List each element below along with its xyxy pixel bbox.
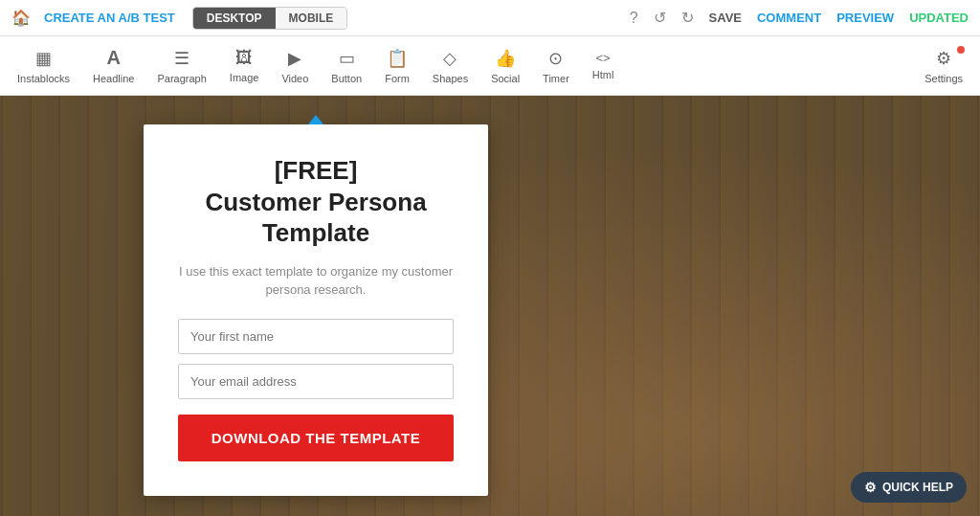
button-icon: ▭ [339, 48, 355, 69]
landing-card: [FREE]Customer PersonaTemplate I use thi… [144, 124, 488, 496]
firstname-input[interactable] [178, 319, 454, 354]
card-title: [FREE]Customer PersonaTemplate [178, 155, 454, 249]
quick-help-label: QUICK HELP [882, 481, 953, 494]
social-icon: 👍 [495, 48, 516, 69]
tool-image-label: Image [230, 72, 259, 83]
tool-social-label: Social [491, 73, 520, 84]
tool-headline-label: Headline [93, 73, 134, 84]
quick-help-icon: ⚙ [864, 480, 877, 495]
main-canvas: [FREE]Customer PersonaTemplate I use thi… [0, 96, 980, 516]
tool-video-label: Video [281, 73, 308, 84]
updated-status: UPDATED [909, 11, 969, 25]
card-subtitle: I use this exact template to organize my… [178, 262, 454, 300]
tool-timer[interactable]: ⊙ Timer [533, 42, 579, 90]
tool-button[interactable]: ▭ Button [322, 42, 371, 90]
instablocks-icon: ▦ [35, 48, 52, 69]
comment-button[interactable]: COMMENT [757, 11, 821, 25]
help-icon[interactable]: ? [630, 10, 638, 27]
card-pointer [308, 115, 323, 124]
tool-shapes[interactable]: ◇ Shapes [423, 42, 478, 90]
tool-social[interactable]: 👍 Social [481, 42, 529, 90]
timer-icon: ⊙ [548, 48, 563, 69]
tool-paragraph-label: Paragraph [157, 73, 206, 84]
top-navigation: 🏠 CREATE AN A/B TEST DESKTOP MOBILE ? ↺ … [0, 0, 980, 36]
tool-instablocks-label: Instablocks [17, 73, 70, 84]
tool-shapes-label: Shapes [433, 73, 468, 84]
mobile-view-button[interactable]: MOBILE [276, 8, 347, 29]
nav-actions: ? ↺ ↻ SAVE COMMENT PREVIEW UPDATED [630, 9, 969, 27]
headline-icon: A [107, 47, 121, 69]
tool-instablocks[interactable]: ▦ Instablocks [8, 42, 79, 90]
tool-form[interactable]: 📋 Form [375, 42, 419, 90]
settings-button[interactable]: ⚙ Settings [915, 42, 972, 90]
save-button[interactable]: SAVE [709, 11, 742, 25]
quick-help-button[interactable]: ⚙ QUICK HELP [851, 472, 967, 503]
html-icon: <> [596, 51, 611, 65]
tool-html-label: Html [592, 69, 614, 80]
element-toolbar: ▦ Instablocks A Headline ☰ Paragraph 🖼 I… [0, 36, 980, 96]
settings-icon: ⚙ [936, 48, 951, 69]
email-input[interactable] [178, 364, 454, 399]
video-icon: ▶ [288, 48, 301, 69]
image-icon: 🖼 [235, 48, 253, 68]
tool-headline[interactable]: A Headline [83, 41, 144, 90]
tool-form-label: Form [385, 73, 410, 84]
tool-button-label: Button [331, 73, 362, 84]
ab-test-link[interactable]: CREATE AN A/B TEST [44, 11, 175, 25]
settings-label: Settings [924, 73, 963, 84]
desktop-view-button[interactable]: DESKTOP [193, 8, 276, 29]
tool-video[interactable]: ▶ Video [272, 42, 318, 90]
undo-icon[interactable]: ↺ [654, 9, 666, 27]
tool-html[interactable]: <> Html [583, 45, 624, 86]
download-cta-button[interactable]: DOWNLOAD THE TEMPLATE [178, 415, 454, 461]
paragraph-icon: ☰ [174, 48, 189, 69]
shapes-icon: ◇ [443, 48, 457, 69]
tool-timer-label: Timer [543, 73, 569, 84]
view-toggle: DESKTOP MOBILE [192, 7, 347, 30]
redo-icon[interactable]: ↻ [681, 9, 694, 27]
settings-notification-badge [957, 46, 965, 54]
tool-image[interactable]: 🖼 Image [220, 42, 269, 89]
tool-paragraph[interactable]: ☰ Paragraph [147, 42, 215, 90]
form-icon: 📋 [387, 48, 408, 69]
home-icon[interactable]: 🏠 [11, 9, 31, 27]
preview-button[interactable]: PREVIEW [836, 11, 894, 25]
